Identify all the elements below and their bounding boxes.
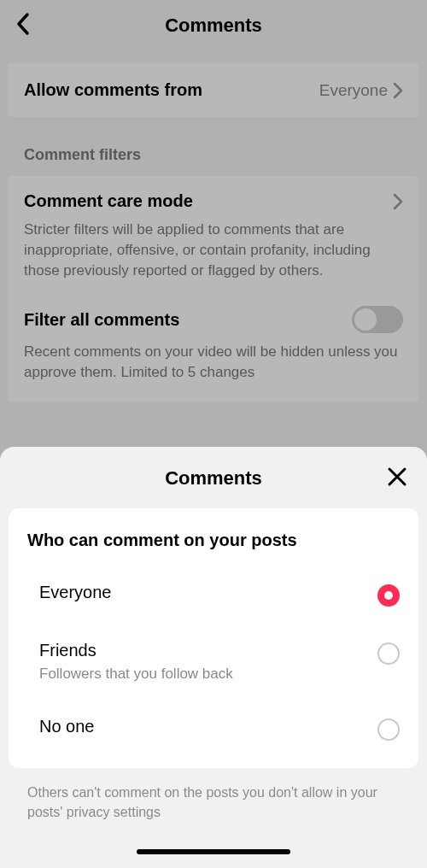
close-button[interactable] <box>386 466 408 491</box>
option-friends[interactable]: Friends Followers that you follow back <box>27 629 400 705</box>
radio-unselected <box>377 642 400 665</box>
option-label: Friends <box>39 641 377 660</box>
option-sublabel: Followers that you follow back <box>39 666 377 683</box>
close-icon <box>386 466 408 488</box>
comments-sheet: Comments Who can comment on your posts E… <box>0 447 427 868</box>
sheet-title: Comments <box>165 467 262 490</box>
radio-selected <box>377 584 400 607</box>
footer-note: Others can't comment on the posts you do… <box>9 768 418 830</box>
option-label: Everyone <box>39 583 377 602</box>
home-indicator[interactable] <box>137 849 290 854</box>
radio-unselected <box>377 718 400 741</box>
option-everyone[interactable]: Everyone <box>27 571 400 629</box>
option-no-one[interactable]: No one <box>27 705 400 763</box>
options-card-title: Who can comment on your posts <box>27 531 400 550</box>
option-label: No one <box>39 717 377 736</box>
options-card: Who can comment on your posts Everyone F… <box>9 508 418 768</box>
